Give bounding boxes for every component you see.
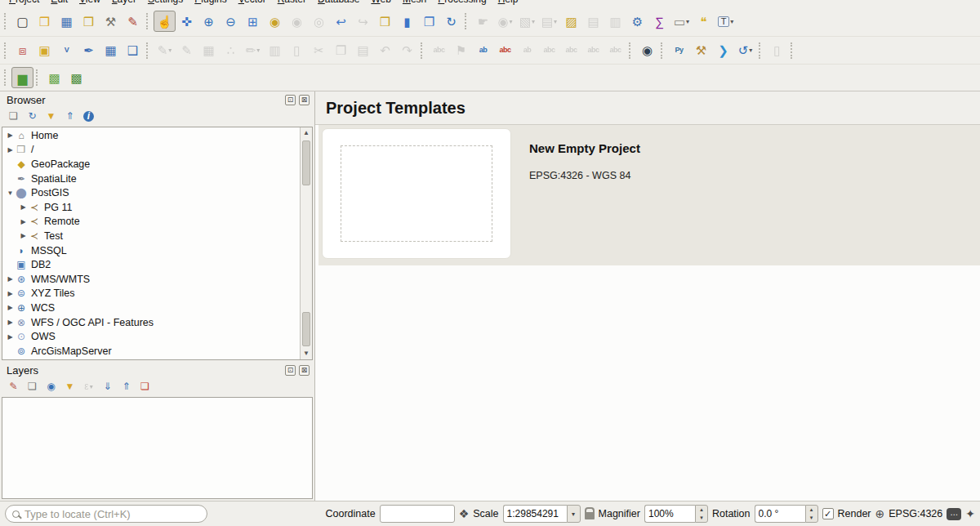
tasks-icon[interactable]: ✦ bbox=[965, 507, 975, 520]
browser-close-button[interactable]: ⊠ bbox=[299, 95, 310, 105]
browser-item-test[interactable]: ▶≺Test bbox=[2, 229, 299, 243]
scroll-thumb[interactable] bbox=[302, 140, 310, 185]
next-arrow-plugin-button[interactable]: ❯ bbox=[712, 40, 734, 61]
measure-dropdown-icon[interactable]: ▾ bbox=[686, 18, 689, 25]
browser-item-wcs[interactable]: ▶⊕WCS bbox=[2, 301, 299, 315]
menu-help[interactable]: Help bbox=[492, 0, 524, 7]
raster-histogram-tool-button[interactable]: ▆ bbox=[11, 67, 33, 88]
scroll-up-icon[interactable]: ▲ bbox=[301, 127, 312, 139]
rotation-down-icon[interactable]: ▾ bbox=[806, 514, 817, 522]
browser-item-[interactable]: ▶❒/ bbox=[2, 143, 299, 158]
map-plugin-button[interactable]: ▩ bbox=[43, 67, 65, 88]
history-loop-button[interactable]: ↺▾ bbox=[734, 40, 756, 61]
manage-map-themes-button[interactable]: ◉ bbox=[42, 378, 60, 394]
expander-expanded-icon[interactable]: ▼ bbox=[6, 189, 15, 197]
browser-item-pg-11[interactable]: ▶≺PG 11 bbox=[2, 200, 299, 215]
filter-by-expression-dropdown-icon[interactable]: ▾ bbox=[90, 383, 93, 390]
processing-toolbox-button[interactable]: ⚙ bbox=[626, 11, 648, 32]
browser-float-button[interactable]: ⊡ bbox=[285, 95, 296, 105]
deselect-all-button[interactable]: ▨ bbox=[560, 11, 582, 32]
magnifier-down-icon[interactable]: ▾ bbox=[696, 514, 707, 522]
statistics-summary-button[interactable]: ∑ bbox=[648, 11, 670, 32]
menu-database[interactable]: Database bbox=[312, 0, 365, 7]
extent-toggle-icon[interactable]: ❖ bbox=[459, 507, 470, 520]
scale-combobox[interactable]: ▾ bbox=[503, 505, 581, 523]
menu-settings[interactable]: Settings bbox=[142, 0, 189, 7]
zoom-in-button[interactable]: ⊕ bbox=[198, 11, 220, 32]
map-edit-plugin-button[interactable]: ▩ bbox=[65, 67, 87, 88]
collapse-all-layers-button[interactable]: ⇑ bbox=[118, 378, 135, 394]
lock-scale-icon[interactable] bbox=[585, 512, 595, 519]
expander-collapsed-icon[interactable]: ▶ bbox=[6, 290, 15, 297]
new-project-button[interactable]: ▢ bbox=[11, 11, 33, 32]
new-geopackage-layer-button[interactable]: ▣ bbox=[33, 40, 56, 61]
expander-collapsed-icon[interactable]: ▶ bbox=[6, 132, 15, 139]
expander-collapsed-icon[interactable]: ▶ bbox=[6, 333, 15, 341]
menu-project[interactable]: Project bbox=[3, 0, 45, 7]
layout-manager-button[interactable]: ⚒ bbox=[100, 11, 122, 32]
browser-item-mssql[interactable]: ◗MSSQL bbox=[2, 243, 299, 258]
text-annotation-button[interactable]: T▾ bbox=[715, 11, 737, 32]
expander-collapsed-icon[interactable]: ▶ bbox=[19, 232, 28, 239]
menu-vector[interactable]: Vector bbox=[233, 0, 272, 7]
new-spatial-bookmark-button[interactable]: ❒ bbox=[374, 11, 396, 32]
pan-map-button[interactable]: ☝ bbox=[154, 11, 176, 32]
browser-item-remote[interactable]: ▶≺Remote bbox=[2, 215, 299, 230]
new-virtual-layer-button[interactable]: ▦ bbox=[100, 40, 122, 61]
layers-close-button[interactable]: ⊠ bbox=[299, 365, 310, 376]
text-annotation-dropdown-icon[interactable]: ▾ bbox=[730, 18, 733, 25]
browser-item-wms-wmts[interactable]: ▶⊛WMS/WMTS bbox=[2, 272, 299, 287]
scroll-down-icon[interactable]: ▼ bbox=[301, 348, 312, 359]
crs-globe-icon[interactable]: ⊕ bbox=[875, 507, 885, 520]
menu-layer[interactable]: Layer bbox=[106, 0, 142, 7]
magnifier-up-icon[interactable]: ▴ bbox=[696, 506, 707, 514]
style-manager-button[interactable]: ✎ bbox=[122, 11, 144, 32]
zoom-to-selection-button[interactable]: ◉ bbox=[264, 11, 286, 32]
menu-view[interactable]: View bbox=[74, 0, 106, 7]
browser-item-wfs-ogc-api-features[interactable]: ▶⊗WFS / OGC API - Features bbox=[2, 315, 299, 330]
zoom-full-button[interactable]: ⊞ bbox=[242, 11, 264, 32]
filter-browser-button[interactable]: ▼ bbox=[42, 108, 60, 124]
refresh-browser-button[interactable]: ↻ bbox=[24, 108, 41, 124]
metasearch-button[interactable]: ◉ bbox=[636, 40, 658, 61]
scroll-thumb-lower[interactable] bbox=[302, 312, 310, 346]
coordinate-input[interactable] bbox=[380, 505, 455, 523]
render-checkbox[interactable]: ✓ bbox=[822, 508, 834, 519]
menu-edit[interactable]: Edit bbox=[45, 0, 74, 7]
run-feature-action-dropdown-icon[interactable]: ▾ bbox=[510, 18, 513, 25]
data-source-manager-button[interactable]: ⧈ bbox=[11, 40, 33, 61]
layer-labeling-button[interactable]: ab bbox=[472, 40, 494, 61]
scale-input[interactable] bbox=[503, 505, 567, 523]
zoom-last-button[interactable]: ↩ bbox=[330, 11, 352, 32]
browser-item-home[interactable]: ▶⌂Home bbox=[2, 128, 299, 143]
messages-icon[interactable]: … bbox=[947, 508, 961, 520]
template-thumbnail[interactable] bbox=[322, 128, 511, 259]
zoom-out-button[interactable]: ⊖ bbox=[220, 11, 242, 32]
new-map-view-button[interactable]: ❐ bbox=[418, 11, 440, 32]
python-console-button[interactable]: Py bbox=[668, 40, 690, 61]
add-selected-layers-button[interactable]: ❏ bbox=[5, 108, 22, 124]
layer-diagram-button[interactable]: abc bbox=[494, 40, 516, 61]
browser-scrollbar[interactable]: ▲ ▼ bbox=[300, 127, 312, 359]
open-project-button[interactable]: ❒ bbox=[33, 11, 56, 32]
current-edits-dropdown-icon[interactable]: ▾ bbox=[168, 47, 172, 54]
browser-item-arcgismapserver[interactable]: ⊚ArcGisMapServer bbox=[2, 344, 299, 359]
magnifier-input[interactable] bbox=[644, 505, 695, 523]
measure-button[interactable]: ▭▾ bbox=[670, 11, 693, 32]
project-template-item[interactable]: New Empty Project EPSG:4326 - WGS 84 bbox=[318, 125, 980, 265]
select-by-value-dropdown-icon[interactable]: ▾ bbox=[554, 18, 557, 25]
expand-all-layers-button[interactable]: ⇓ bbox=[99, 378, 116, 394]
plugin-builder-button[interactable]: ⚒ bbox=[690, 40, 712, 61]
history-loop-dropdown-icon[interactable]: ▾ bbox=[749, 47, 752, 54]
expander-collapsed-icon[interactable]: ▶ bbox=[6, 275, 15, 283]
new-spatialite-layer-button[interactable]: ✒ bbox=[78, 40, 100, 61]
scale-dropdown-icon[interactable]: ▾ bbox=[567, 505, 581, 523]
rotation-up-icon[interactable]: ▴ bbox=[806, 506, 817, 514]
menu-mesh[interactable]: Mesh bbox=[397, 0, 432, 7]
layers-float-button[interactable]: ⊡ bbox=[285, 365, 296, 376]
vertex-tool-dropdown-icon[interactable]: ▾ bbox=[256, 47, 260, 54]
expander-collapsed-icon[interactable]: ▶ bbox=[6, 319, 15, 326]
select-features-dropdown-icon[interactable]: ▾ bbox=[532, 18, 535, 25]
locator-search[interactable]: Type to locate (Ctrl+K) bbox=[5, 505, 207, 523]
rotation-spinbox[interactable]: ▴ ▾ bbox=[755, 505, 818, 523]
